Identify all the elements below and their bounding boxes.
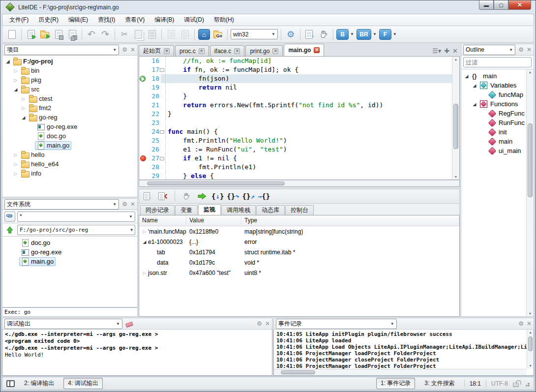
outline-item[interactable]: funcMap: [461, 90, 526, 99]
expander-icon[interactable]: ◢: [4, 59, 11, 64]
event-log-vscrollbar[interactable]: ▲▼: [527, 330, 534, 369]
toggle-panels-icon[interactable]: [6, 380, 15, 387]
undo-icon[interactable]: ↶: [85, 28, 98, 41]
menu-item[interactable]: 帮助(H): [209, 14, 239, 26]
filesystem-gear-icon[interactable]: ⚙: [122, 201, 127, 208]
watch-row[interactable]: ▷'main.funcMap'0x1218ffe0map[string]func…: [139, 226, 459, 237]
expander-icon[interactable]: ▷: [20, 106, 27, 111]
gutter-marker[interactable]: [139, 101, 147, 110]
expander-icon[interactable]: ◢: [471, 83, 478, 88]
gutter-marker[interactable]: [139, 172, 147, 180]
code-line[interactable]: 22}: [139, 110, 452, 119]
tab-list-icon[interactable]: ☰▾: [432, 47, 441, 55]
expander-icon[interactable]: ▷: [12, 152, 19, 157]
outline-vscrollbar[interactable]: ▲ ▼: [526, 69, 534, 316]
tab-close-icon[interactable]: ✕: [272, 48, 278, 54]
editor-tab[interactable]: 起始页✕: [139, 45, 174, 56]
editor-tab[interactable]: main.go✕: [284, 44, 324, 56]
statusbar-build-output[interactable]: 2: 编译输出: [20, 378, 59, 389]
code-line[interactable]: 21 return errors.New(fmt.Sprintf("not fi…: [139, 101, 452, 110]
gutter-marker[interactable]: [139, 110, 147, 119]
breakpoint-icon[interactable]: [140, 155, 146, 161]
col-value[interactable]: Value: [186, 215, 241, 226]
menu-item[interactable]: 文件(F): [4, 14, 33, 26]
outline-item[interactable]: RegFunc: [461, 109, 526, 118]
doc-icon[interactable]: [179, 28, 191, 41]
menu-item[interactable]: 编辑(E): [63, 14, 93, 26]
expander-icon[interactable]: ▷: [12, 162, 19, 167]
build-icon[interactable]: B▼: [336, 28, 356, 41]
watch-row[interactable]: data0x1d179cvoid *: [139, 257, 459, 268]
watch-row[interactable]: ▷json.str0x47a600 "test"uint8 *: [139, 268, 459, 278]
open-file-icon[interactable]: [25, 28, 37, 41]
expander-icon[interactable]: ▷: [141, 229, 148, 234]
gutter-marker[interactable]: [139, 65, 147, 74]
filesystem-item[interactable]: doc.go: [2, 238, 137, 247]
pause-icon[interactable]: [180, 190, 193, 203]
code-line[interactable]: 23: [139, 119, 452, 127]
project-tree-item[interactable]: go-reg.exe: [2, 122, 137, 131]
event-log-content[interactable]: 10:41:05 LiteApp initPlugin plugin/fileb…: [273, 330, 534, 376]
copy-icon[interactable]: [132, 28, 145, 41]
clear-output-icon[interactable]: [125, 321, 132, 327]
code-line[interactable]: 19 return nil: [139, 83, 452, 92]
project-tree-item[interactable]: ▷ctest: [2, 94, 137, 103]
watch-row[interactable]: ◢e1-10000023{...}error: [139, 237, 459, 247]
expander-icon[interactable]: ◢: [141, 240, 148, 244]
outline-item[interactable]: init: [461, 127, 526, 137]
editor-vscrollbar[interactable]: ▲ ▼: [452, 57, 459, 180]
code-line[interactable]: 20 }: [139, 92, 452, 101]
code-editor[interactable]: 16 //fn, ok := funcMap[id]17 if fn, ok :…: [139, 56, 460, 180]
fold-marker[interactable]: [161, 127, 166, 136]
continue-icon[interactable]: [196, 190, 208, 203]
expander-icon[interactable]: ▷: [141, 271, 148, 275]
project-tree-item[interactable]: ▷hello_e64: [2, 159, 137, 169]
comment-icon[interactable]: [165, 28, 178, 41]
split-add-icon[interactable]: ✚: [444, 47, 449, 55]
minimize-button[interactable]: ▬: [479, 0, 494, 10]
debug-tab[interactable]: 同步记录: [140, 205, 175, 215]
tab-close-icon[interactable]: ✕: [199, 48, 205, 54]
gutter-marker[interactable]: [139, 127, 147, 136]
outline-item[interactable]: ◢Variables: [461, 81, 526, 90]
debug-tab[interactable]: 调用堆栈: [221, 205, 256, 215]
outline-item[interactable]: ◢{}main: [461, 71, 526, 81]
step-into-icon[interactable]: {↓}: [211, 192, 224, 200]
debug-output-content[interactable]: <./gdb.exe --interpreter=mi --args go-re…: [2, 330, 272, 376]
debug-tab[interactable]: 变量: [175, 205, 198, 215]
redo-icon[interactable]: ↷: [99, 28, 112, 41]
hand-icon[interactable]: [317, 28, 330, 41]
expander-icon[interactable]: ◢: [12, 87, 19, 92]
outline-item[interactable]: main: [461, 137, 526, 146]
debug-output-select[interactable]: 调试输出▼: [4, 319, 122, 329]
tab-close-icon[interactable]: ✕: [164, 48, 170, 54]
project-panel-select[interactable]: 项目▼: [4, 45, 119, 55]
file-icon[interactable]: F▼: [379, 28, 398, 41]
close-button[interactable]: ✕: [508, 0, 531, 10]
statusbar-file-search[interactable]: 3: 文件搜索: [420, 378, 459, 389]
expander-icon[interactable]: ◢: [471, 102, 478, 107]
save-icon[interactable]: [52, 28, 65, 41]
project-tree-item[interactable]: doc.go: [2, 131, 137, 141]
maximize-button[interactable]: ▢: [494, 0, 508, 10]
code-line[interactable]: 17 if fn, ok := funcMap[id]; ok {: [139, 65, 452, 74]
filesystem-path-select[interactable]: F:/go-proj/src/go-reg▼: [17, 225, 135, 235]
editor-tab[interactable]: proc.c✕: [175, 45, 209, 56]
open-folder-icon[interactable]: [38, 28, 51, 41]
statusbar-event-log[interactable]: 1: 事件记录: [376, 378, 415, 389]
debug-output-close-icon[interactable]: ✕: [265, 320, 270, 327]
remove-watch-icon[interactable]: ✕: [157, 190, 170, 203]
code-line[interactable]: 26 e1 := RunFunc("ui", "test"): [139, 145, 452, 154]
outline-item[interactable]: RunFunc: [461, 118, 526, 127]
menu-item[interactable]: 调试(D): [179, 14, 209, 26]
debug-output-gear-icon[interactable]: ⚙: [257, 320, 262, 327]
close-editor-icon[interactable]: ✕: [452, 47, 458, 55]
project-tree-item[interactable]: main.go: [2, 141, 137, 150]
editor-hscrollbar[interactable]: [139, 180, 460, 187]
expander-icon[interactable]: ▷: [12, 78, 19, 83]
go-env-icon[interactable]: Go: [211, 28, 224, 41]
debug-tab[interactable]: 控制台: [285, 205, 314, 215]
project-gear-icon[interactable]: ⚙: [122, 46, 127, 53]
gutter-marker[interactable]: [139, 83, 147, 92]
fold-marker[interactable]: [161, 65, 166, 74]
